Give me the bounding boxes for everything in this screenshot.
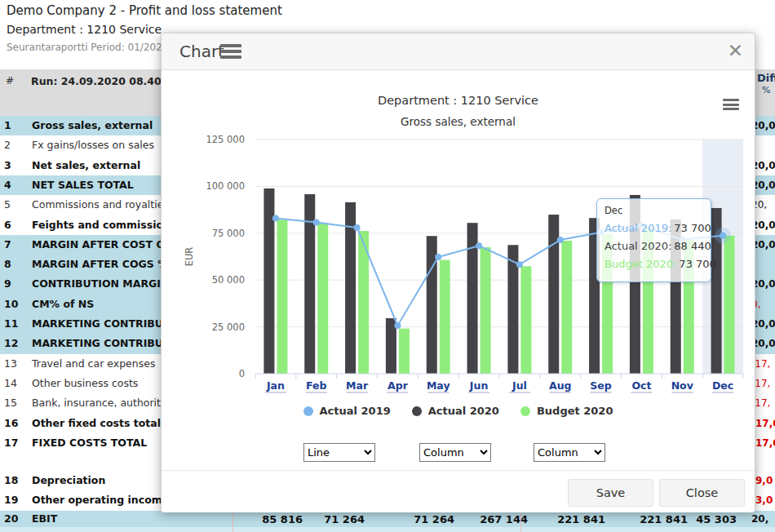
bar-budget-2020[interactable] — [277, 219, 287, 374]
row-label: Net sales, external — [32, 156, 140, 175]
x-label-sep[interactable]: Sep — [590, 379, 611, 392]
row-number: 3 — [4, 156, 11, 175]
line-marker[interactable] — [720, 233, 726, 239]
page-period: Seurantaraportti Period: 01/2020 - — [7, 42, 175, 53]
bar-budget-2020[interactable] — [561, 241, 572, 374]
row-label: MARGIN AFTER COGS % o — [32, 255, 179, 274]
x-label-jul[interactable]: Jul — [512, 379, 527, 392]
column-header-diff-pct: % — [762, 85, 770, 95]
y-tick-label: 0 — [239, 368, 245, 379]
bar-actual-2020[interactable] — [264, 188, 274, 374]
row-number: 8 — [4, 255, 11, 274]
tooltip-row: Actual 2020:88 440 — [604, 240, 703, 252]
chart-legend: Actual 2019Actual 2020Budget 2020 — [162, 405, 755, 417]
y-tick-label: 75 000 — [212, 228, 245, 239]
x-label-apr[interactable]: Apr — [388, 379, 409, 392]
bar-budget-2020[interactable] — [520, 266, 531, 374]
y-tick-label: 100 000 — [206, 180, 245, 192]
bar-budget-2020[interactable] — [317, 224, 328, 374]
x-label-oct[interactable]: Oct — [631, 379, 651, 392]
legend-item-budget-2020[interactable]: Budget 2020 — [520, 405, 613, 417]
line-marker[interactable] — [313, 219, 320, 225]
tooltip-series-value: 88 440 — [674, 240, 711, 252]
row-number: 4 — [4, 175, 11, 195]
close-button[interactable]: Close — [659, 479, 745, 507]
legend-marker-icon — [412, 406, 422, 416]
line-marker[interactable] — [435, 254, 441, 260]
legend-label: Actual 2020 — [428, 405, 499, 417]
row-label: FIXED COSTS TOTAL — [32, 433, 147, 453]
tooltip-row: Actual 2019:73 700 — [604, 222, 703, 234]
series-type-select-1[interactable]: Line — [303, 443, 375, 462]
tooltip-row: Budget 2020:73 700 — [604, 258, 703, 270]
tooltip-series-label: Actual 2020: — [604, 240, 671, 252]
x-label-mar[interactable]: Mar — [346, 379, 369, 392]
chart-dialog: Chart ✕ Department : 1210 Service Gross … — [161, 33, 755, 512]
bar-budget-2020[interactable] — [480, 247, 491, 374]
row-label: NET SALES TOTAL — [32, 175, 134, 195]
ebit-cell-value: 45 303 — [655, 512, 737, 527]
row-number: 1 — [4, 116, 11, 135]
row-label: Fx gains/losses on sales — [32, 135, 154, 155]
x-label-aug[interactable]: Aug — [549, 379, 572, 392]
column-header-run: Run: 24.09.2020 08.40.41 — [31, 75, 179, 87]
legend-label: Actual 2019 — [320, 405, 391, 417]
row-number: 7 — [4, 235, 11, 255]
bar-budget-2020[interactable] — [724, 236, 735, 374]
row-number: 6 — [4, 215, 11, 235]
ebit-cell-value: 71 264 — [283, 512, 365, 527]
row-label: Gross sales, external — [32, 116, 153, 135]
ebit-values-row: 85 81671 26471 264267 144221 841221 8414… — [0, 512, 775, 528]
row-label: Depreciation — [32, 471, 105, 490]
x-label-jun[interactable]: Jun — [469, 379, 488, 392]
y-tick-label: 25 000 — [212, 321, 245, 333]
legend-item-actual-2019[interactable]: Actual 2019 — [303, 405, 391, 417]
x-label-dec[interactable]: Dec — [712, 379, 733, 392]
tooltip-series-label: Actual 2019: — [604, 222, 671, 234]
y-axis-title: EUR — [184, 247, 195, 267]
ebit-cell-value: 267 144 — [446, 512, 528, 527]
tooltip-series-value: 73 700 — [679, 258, 716, 270]
row-number: 17 — [4, 433, 18, 453]
legend-label: Budget 2020 — [537, 405, 613, 417]
y-tick-label: 125 000 — [206, 134, 245, 145]
x-label-feb[interactable]: Feb — [306, 379, 327, 392]
row-number: 10 — [4, 295, 18, 314]
column-header-number: # — [6, 75, 14, 86]
x-label-jan[interactable]: Jan — [266, 379, 285, 392]
row-number: 9 — [4, 274, 11, 294]
y-tick-label: 50 000 — [212, 274, 245, 286]
legend-item-actual-2020[interactable]: Actual 2020 — [412, 405, 499, 417]
row-number: 16 — [4, 414, 18, 433]
line-marker[interactable] — [476, 242, 482, 249]
row-label: Feights and commissions — [32, 215, 176, 235]
column-header-diff: Diff — [757, 72, 775, 84]
ebit-cell-value: 71 264 — [373, 512, 454, 527]
row-label: Bank, insurance, authorities — [32, 393, 175, 413]
series-type-select-3[interactable]: Column — [534, 443, 605, 462]
bar-budget-2020[interactable] — [399, 329, 410, 374]
chart-tooltip: Dec Actual 2019:73 700Actual 2020:88 440… — [596, 198, 711, 282]
row-label: CM% of NS — [32, 295, 94, 314]
ebit-cell-value: 221 841 — [524, 512, 605, 527]
row-number: 12 — [4, 334, 18, 353]
row-number: 15 — [4, 393, 17, 413]
save-button[interactable]: Save — [568, 479, 653, 507]
dialog-footer: Save Close — [162, 470, 755, 512]
line-marker[interactable] — [272, 215, 279, 221]
x-label-may[interactable]: May — [427, 379, 450, 392]
line-marker[interactable] — [394, 322, 401, 329]
row-label: MARKETING CONTRIBUTI — [32, 314, 174, 334]
line-marker[interactable] — [557, 237, 564, 243]
x-label-nov[interactable]: Nov — [671, 379, 693, 392]
row-label: Other business costs — [32, 374, 138, 393]
tooltip-category: Dec — [604, 205, 703, 216]
row-number: 19 — [4, 490, 18, 510]
line-marker[interactable] — [516, 261, 523, 268]
page-title: Demo Company 2 - Profit and loss stateme… — [7, 3, 282, 18]
tooltip-series-value: 73 700 — [674, 222, 711, 234]
legend-marker-icon — [520, 406, 530, 416]
line-marker[interactable] — [354, 224, 361, 231]
bar-budget-2020[interactable] — [440, 260, 450, 374]
series-type-select-2[interactable]: Column — [419, 443, 491, 462]
